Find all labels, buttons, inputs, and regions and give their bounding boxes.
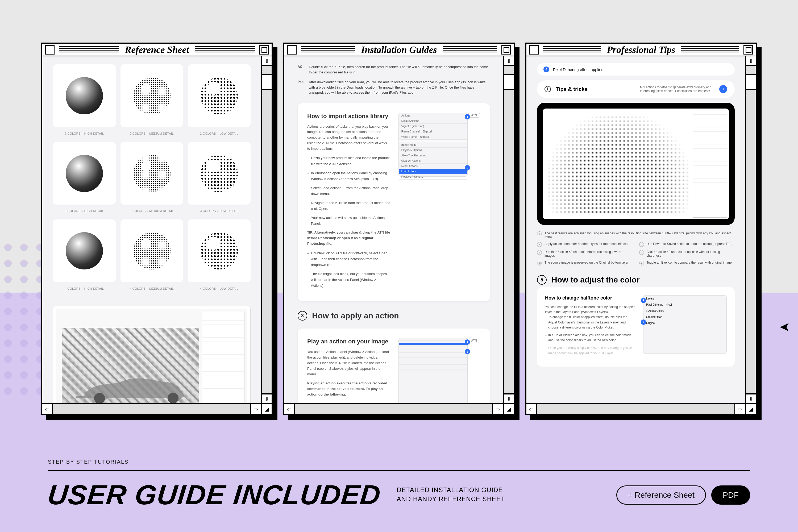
tip-item: ⤢Click Upscale ×2 shortcut to upscale wi… [639,250,735,258]
section-heading: Play an action on your image [307,338,391,345]
tips-grid: iThe best results are achieved by using … [537,231,735,265]
scroll-track[interactable] [746,66,756,394]
step-number-badge: 3 [298,311,307,321]
title-stripes [59,46,119,54]
vertical-scrollbar[interactable]: ⇧ ⇩ [504,56,514,403]
headline: USER GUIDE INCLUDED [46,482,382,508]
scroll-thumb[interactable] [504,74,514,90]
window-professional-tips: Professional Tips 4 Pixel Dithering effe… [525,42,757,415]
step-item: The file might look blank, but your cust… [307,271,391,289]
vertical-scrollbar[interactable]: ⇧ ⇩ [746,56,756,403]
callout-badge: 2 [465,165,470,171]
dithered-car-image [548,114,689,214]
close-icon[interactable] [45,45,55,55]
play-action-card: ATN Play an action on your image You use… [298,328,490,403]
step-item: Double-click on ATN file or right-click,… [307,250,391,268]
photoshop-preview [53,306,251,403]
panel-row-highlighted: Load Actions… [399,169,468,174]
scroll-thumb[interactable] [262,74,271,90]
zoom-icon[interactable] [501,45,511,55]
windows-row: Reference Sheet 2 COLORS – HIGH DETAIL 2… [0,42,798,415]
panel-row: Wood Frame – 50 pixel [399,134,468,140]
swatch-card [188,64,251,127]
svg-point-1 [168,393,178,403]
step-item: Once you are ready simply hit OK, and an… [545,345,636,356]
swatch-card [188,142,251,205]
scroll-right-icon[interactable]: ⇨ [735,404,745,414]
tip-steps-list: Double-click on ATN file or right-click,… [307,250,391,289]
scroll-right-icon[interactable]: ⇨ [492,404,503,414]
scroll-up-icon[interactable]: ⇧ [504,56,514,66]
window-title: Installation Guides [357,44,441,55]
title-stripes [443,46,497,54]
scroll-left-icon[interactable]: ⇦ [284,404,295,414]
play-lead: Playing an action executes the action's … [307,381,387,396]
expand-icon[interactable]: + [719,85,727,93]
scroll-up-icon[interactable]: ⇧ [746,56,756,66]
halftone-sphere [66,155,103,192]
tip-item: ⤢Use the Upscale ×2 shortcut before proc… [537,250,633,258]
swatch-caption: 2 COLORS – MEDIUM DETAIL [120,132,183,135]
scroll-track[interactable] [504,66,514,394]
panel-row: Playback Options… [399,148,468,153]
callout-badge: 2 [465,349,470,354]
callout-badge: 1 [465,339,470,345]
section-intro: Actions are series of tasks that you pla… [307,124,391,152]
close-icon[interactable] [529,45,539,55]
scroll-left-icon[interactable]: ⇦ [527,404,537,414]
actions-panel-mock [693,110,727,217]
scroll-down-icon[interactable]: ⇩ [262,394,271,403]
scroll-down-icon[interactable]: ⇩ [504,394,514,403]
title-stripes [681,46,739,54]
plus-icon: + [537,242,542,247]
swatch-card [53,142,116,205]
vertical-scrollbar[interactable]: ⇧ ⇩ [262,56,271,403]
upscale-icon: ⤢ [639,250,644,255]
card-heading: How to change halftone color [545,295,636,301]
swatch-caption: 4 COLORS – LOW DETAIL [188,287,251,290]
panel-row: Frame Channel – 50 pixel [399,129,468,134]
swatch-caption: 4 COLORS – HIGH DETAIL [53,287,116,290]
zoom-icon[interactable] [743,45,753,55]
upscale-icon: ⤢ [537,250,542,255]
scroll-track[interactable] [262,66,271,394]
panel-row: Actions [399,113,468,118]
hscroll-track[interactable] [53,404,250,414]
scroll-down-icon[interactable]: ⇩ [746,394,756,403]
horizontal-scrollbar: ⇦ ⇨ ◢ [284,403,514,414]
description: DETAILED INSTALLATION GUIDE AND HANDY RE… [397,486,505,503]
panel-row: Replace Actions… [399,174,468,179]
callout-badge: 2 [641,320,646,325]
step-title: How to apply an action [312,311,399,320]
resize-handle-icon[interactable]: ◢ [745,404,756,414]
tip-item: +Apply actions one after another styles … [537,242,633,247]
halftone-sphere [66,232,103,269]
hscroll-track[interactable] [295,404,492,414]
scroll-right-icon[interactable]: ⇨ [250,404,261,414]
panel-row: Clear All Actions [399,158,468,164]
step-item: In a Color Picker dialog box, you can se… [545,333,636,343]
info-icon: i [545,86,551,92]
scroll-thumb[interactable] [746,74,756,90]
zoom-icon[interactable] [259,45,269,55]
scroll-up-icon[interactable]: ⇧ [262,56,271,66]
steps-list: Unzip your new product files and locate … [307,155,391,227]
titlebar: Reference Sheet [42,44,271,56]
scroll-left-icon[interactable]: ⇦ [42,404,53,414]
close-icon[interactable] [287,45,297,55]
panel-row: Default Actions [399,118,468,124]
step-item: In Photoshop open the Actions Panel by c… [307,170,391,182]
kicker-text: STEP-BY-STEP TUTORIALS [48,459,750,465]
change-color-card: How to change halftone color You can cha… [537,287,735,366]
resize-handle-icon[interactable]: ◢ [503,404,514,414]
titlebar: Installation Guides [284,44,514,56]
horizontal-scrollbar: ⇦ ⇨ ◢ [42,403,271,414]
title-stripes [301,46,355,54]
step-number-badge: 5 [537,275,547,285]
hscroll-track[interactable] [537,404,735,414]
resize-handle-icon[interactable]: ◢ [261,404,271,414]
tip-intro: Alternatively, you can drag & drop the A… [307,230,390,246]
swatch-caption: 3 COLORS – HIGH DETAIL [53,209,116,212]
halftone-sphere [201,232,238,269]
pdf-badge: PDF [711,486,750,505]
